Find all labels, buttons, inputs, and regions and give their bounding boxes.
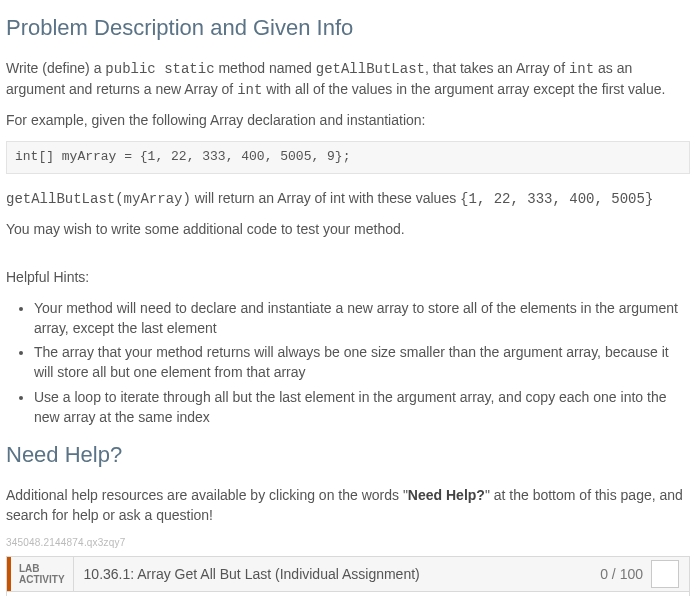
code-inline: int [569, 61, 594, 77]
need-help-bold: Need Help? [408, 487, 485, 503]
lab-activity-panel: LAB ACTIVITY 10.36.1: Array Get All But … [6, 556, 690, 596]
code-inline: getAllButLast(myArray) [6, 191, 191, 207]
hints-list: Your method will need to declare and ins… [6, 298, 690, 428]
intro-paragraph-2: For example, given the following Array d… [6, 110, 690, 130]
text: with all of the values in the argument a… [262, 81, 665, 97]
hints-heading: Helpful Hints: [6, 267, 690, 287]
lab-title: 10.36.1: Array Get All But Last (Individ… [74, 557, 591, 591]
score-text: 0 / 100 [600, 564, 643, 584]
help-paragraph: Additional help resources are available … [6, 485, 690, 526]
list-item: Use a loop to iterate through all but th… [34, 387, 690, 428]
lab-header: LAB ACTIVITY 10.36.1: Array Get All But … [7, 557, 689, 592]
lab-activity-badge: LAB ACTIVITY [11, 557, 74, 591]
intro-paragraph-3: getAllButLast(myArray) will return an Ar… [6, 188, 690, 209]
lab-badge-line2: ACTIVITY [19, 574, 65, 585]
need-help-heading: Need Help? [6, 439, 690, 471]
code-inline: int [237, 82, 262, 98]
list-item: The array that your method returns will … [34, 342, 690, 383]
watermark-id: 345048.2144874.qx3zqy7 [6, 536, 690, 551]
code-inline: getAllButLast [316, 61, 425, 77]
intro-paragraph-4: You may wish to write some additional co… [6, 219, 690, 239]
intro-paragraph-1: Write (define) a public static method na… [6, 58, 690, 101]
text: Additional help resources are available … [6, 487, 408, 503]
lab-badge-line1: LAB [19, 563, 65, 574]
lab-score: 0 / 100 [590, 557, 689, 591]
section-heading: Problem Description and Given Info [6, 12, 690, 44]
text: Write (define) a [6, 60, 105, 76]
text: will return an Array of int with these v… [191, 190, 460, 206]
code-inline: {1, 22, 333, 400, 5005} [460, 191, 653, 207]
score-box-icon[interactable] [651, 560, 679, 588]
list-item: Your method will need to declare and ins… [34, 298, 690, 339]
example-code-block: int[] myArray = {1, 22, 333, 400, 5005, … [6, 141, 690, 174]
code-inline: public static [105, 61, 214, 77]
text: method named [215, 60, 316, 76]
text: , that takes an Array of [425, 60, 569, 76]
